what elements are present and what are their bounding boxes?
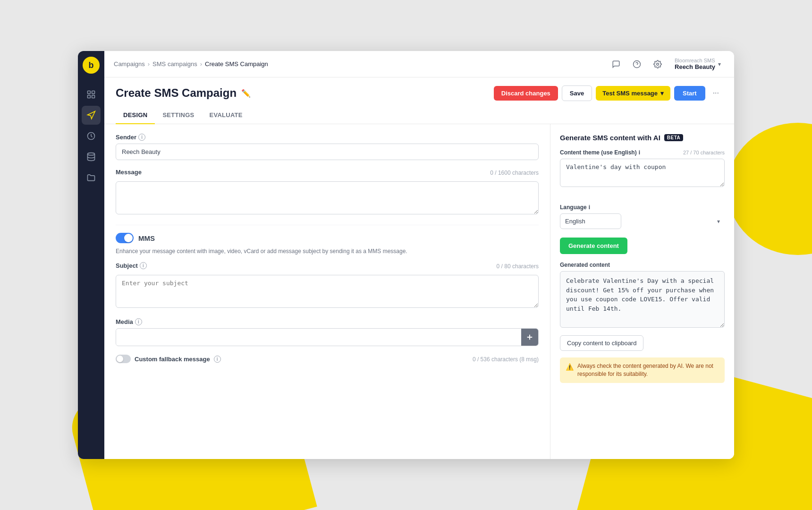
fallback-info-icon[interactable]: i: [214, 356, 221, 363]
breadcrumb-sms-campaigns[interactable]: SMS campaigns: [152, 60, 197, 68]
svg-point-7: [657, 63, 659, 65]
settings-icon-button[interactable]: [650, 57, 665, 72]
subject-label: Subject i: [116, 262, 147, 269]
subject-char-count: 0 / 80 characters: [497, 263, 539, 270]
edit-title-icon[interactable]: ✏️: [241, 89, 251, 98]
svg-rect-1: [92, 91, 95, 94]
chat-icon: [612, 60, 620, 68]
warning-icon: ⚠️: [566, 363, 574, 372]
page-actions: Discard changes Save Test SMS message ▾ …: [494, 85, 723, 101]
page-title-row: Create SMS Campaign ✏️: [116, 86, 251, 100]
header-actions: Bloomreach SMS Reech Beauty ▾: [609, 56, 725, 72]
sender-group: Sender i: [116, 134, 539, 160]
ai-panel: Generate SMS content with AI BETA Conten…: [550, 124, 734, 459]
account-info: Bloomreach SMS Reech Beauty: [675, 58, 715, 70]
mms-section: MMS Enhance your message content with im…: [116, 225, 539, 366]
subject-input[interactable]: [116, 275, 539, 308]
sidebar-item-files[interactable]: [82, 168, 101, 187]
generated-content-label: Generated content: [560, 262, 725, 268]
svg-rect-2: [88, 95, 91, 98]
media-group: Media i: [116, 318, 539, 346]
more-actions-button[interactable]: ···: [709, 85, 723, 101]
app-window: b: [78, 51, 734, 459]
svg-rect-3: [92, 95, 95, 98]
copy-to-clipboard-button[interactable]: Copy content to clipboard: [560, 335, 643, 351]
sidebar-logo[interactable]: b: [83, 57, 100, 74]
message-group: Message 0 / 1600 characters: [116, 169, 539, 216]
generate-content-button[interactable]: Generate content: [560, 238, 627, 254]
mms-description: Enhance your message content with image,…: [116, 247, 539, 255]
discard-button[interactable]: Discard changes: [494, 86, 558, 101]
sidebar-item-campaigns[interactable]: [82, 106, 101, 125]
svg-rect-0: [88, 91, 91, 94]
media-info-icon[interactable]: i: [135, 318, 142, 325]
sender-label: Sender i: [116, 134, 539, 141]
chevron-down-icon: ▾: [718, 61, 721, 68]
language-select-chevron: ▾: [717, 218, 720, 225]
ai-language-group: Language i English Spanish French German…: [560, 204, 725, 229]
help-icon-button[interactable]: [629, 57, 644, 72]
message-char-count: 0 / 1600 characters: [490, 170, 539, 176]
fallback-char-count: 0 / 536 characters (8 msg): [473, 356, 539, 363]
warning-text: Always check the content generated by AI…: [577, 362, 719, 378]
account-switcher[interactable]: Bloomreach SMS Reech Beauty ▾: [671, 56, 725, 72]
generated-content-textarea[interactable]: Celebrate Valentine's Day with a special…: [560, 271, 725, 328]
fallback-label: Custom fallback message i: [116, 355, 221, 363]
content-theme-char-count: 27 / 70 characters: [683, 150, 725, 155]
breadcrumb-current: Create SMS Campaign: [205, 60, 268, 68]
content-theme-input[interactable]: Valentine's day with coupon: [560, 159, 725, 187]
mms-header: MMS: [116, 233, 539, 243]
tabs: DESIGN SETTINGS EVALUATE: [104, 107, 734, 124]
gear-icon: [653, 60, 662, 68]
clock-icon: [86, 131, 96, 141]
svg-point-5: [88, 153, 95, 155]
subject-info-icon[interactable]: i: [140, 262, 147, 269]
main-content: Campaigns › SMS campaigns › Create SMS C…: [104, 51, 734, 459]
media-add-button[interactable]: [521, 329, 538, 346]
language-info-icon[interactable]: i: [589, 204, 590, 211]
tab-design[interactable]: DESIGN: [116, 107, 155, 124]
fallback-group: Custom fallback message i 0 / 536 charac…: [116, 355, 539, 366]
media-label: Media i: [116, 318, 539, 325]
save-button[interactable]: Save: [562, 85, 592, 101]
account-label: Bloomreach SMS: [675, 58, 715, 63]
page-title: Create SMS Campaign: [116, 86, 237, 100]
fallback-toggle[interactable]: [116, 355, 131, 363]
account-name: Reech Beauty: [675, 63, 715, 70]
sidebar-item-dashboard[interactable]: [82, 85, 101, 104]
megaphone-icon: [86, 110, 96, 120]
breadcrumb-sep-2: ›: [200, 60, 202, 68]
two-col-layout: Sender i Message 0 / 1600 characters: [104, 124, 734, 459]
folder-icon: [86, 173, 96, 182]
breadcrumb-sep-1: ›: [148, 60, 150, 68]
sidebar-item-database[interactable]: [82, 147, 101, 166]
chat-icon-button[interactable]: [609, 57, 624, 72]
tab-settings[interactable]: SETTINGS: [155, 107, 202, 124]
beta-badge: BETA: [664, 134, 683, 141]
breadcrumb: Campaigns › SMS campaigns › Create SMS C…: [114, 60, 609, 68]
mms-title: MMS: [138, 234, 155, 242]
media-url-input[interactable]: [116, 330, 521, 345]
language-select[interactable]: English Spanish French German: [560, 213, 621, 229]
subject-label-row: Subject i 0 / 80 characters: [116, 262, 539, 272]
message-label: Message: [116, 169, 142, 176]
breadcrumb-campaigns[interactable]: Campaigns: [114, 60, 145, 68]
start-button[interactable]: Start: [674, 86, 705, 101]
sidebar: b: [78, 51, 104, 459]
tab-evaluate[interactable]: EVALUATE: [202, 107, 250, 124]
sender-input[interactable]: [116, 144, 539, 160]
ai-title: Generate SMS content with AI: [560, 134, 660, 142]
ai-content-theme-label: Content theme (use English) i 27 / 70 ch…: [560, 149, 725, 156]
sidebar-item-automation[interactable]: [82, 127, 101, 145]
ai-warning: ⚠️ Always check the content generated by…: [560, 357, 725, 383]
test-sms-label: Test SMS message: [602, 90, 658, 97]
message-label-row: Message 0 / 1600 characters: [116, 169, 539, 178]
form-panel: Sender i Message 0 / 1600 characters: [104, 124, 550, 459]
ai-language-label: Language i: [560, 204, 725, 211]
message-textarea[interactable]: [116, 181, 539, 214]
sender-info-icon[interactable]: i: [138, 134, 145, 141]
bg-decoration-top-right: [727, 123, 812, 255]
mms-toggle[interactable]: [116, 233, 134, 243]
test-sms-button[interactable]: Test SMS message ▾: [596, 86, 670, 101]
content-theme-info-icon[interactable]: i: [639, 149, 640, 156]
